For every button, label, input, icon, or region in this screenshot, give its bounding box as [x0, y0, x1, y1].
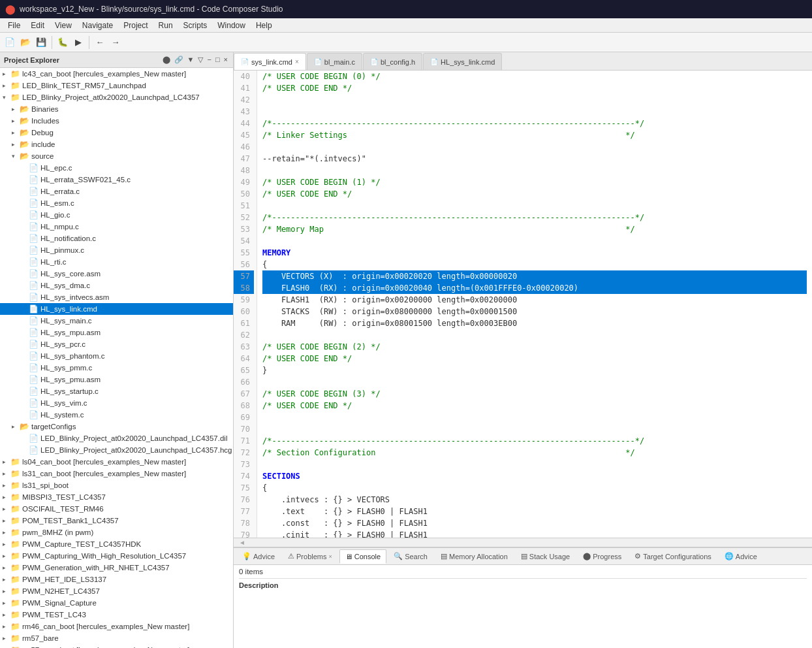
tree-arrow-oscifail_test[interactable]: ▸: [3, 506, 10, 512]
tree-item-include[interactable]: ▸📂include: [0, 138, 233, 150]
tree-arrow-pwm_capture_test[interactable]: ▸: [3, 541, 10, 547]
menu-icon[interactable]: ▽: [196, 55, 204, 65]
tree-item-pwm_8mhz[interactable]: ▸📁pwm_8MHZ (in pwm): [0, 526, 233, 538]
menu-item-edit[interactable]: Edit: [25, 20, 50, 31]
min-icon[interactable]: −: [206, 55, 212, 65]
tree-item-hl_errata[interactable]: 📄HL_errata.c: [0, 186, 233, 197]
menu-item-navigate[interactable]: Navigate: [77, 20, 118, 31]
tree-arrow-targetconfigs[interactable]: ▸: [12, 423, 20, 430]
close-icon[interactable]: ×: [223, 55, 229, 65]
tree-item-hl_sys_pmu[interactable]: 📄HL_sys_pmu.asm: [0, 374, 233, 385]
tree-item-hl_sys_pmm[interactable]: 📄HL_sys_pmm.c: [0, 362, 233, 374]
tree-arrow-lc43_can_boot[interactable]: ▸: [3, 71, 10, 77]
tree-arrow-binaries[interactable]: ▸: [12, 106, 20, 112]
tree-arrow-led_blink_rm57[interactable]: ▸: [3, 82, 10, 89]
bottom-tab-advice[interactable]: 💡 Advice: [236, 549, 281, 564]
toolbar-back[interactable]: ←: [93, 35, 107, 50]
tree-item-pwm_generation[interactable]: ▸📁PWM_Generation_with_HR_NHET_LC4357: [0, 562, 233, 574]
menu-item-window[interactable]: Window: [212, 20, 251, 31]
tree-arrow-ls31_spi_boot[interactable]: ▸: [3, 482, 10, 489]
bottom-tab-close-problems[interactable]: ×: [329, 553, 332, 560]
max-icon[interactable]: □: [214, 55, 221, 65]
bottom-tab-problems[interactable]: ⚠ Problems ×: [282, 549, 338, 564]
filter-icon[interactable]: ▼: [186, 55, 196, 65]
bottom-tab-memory_allocation[interactable]: ▤ Memory Allocation: [435, 549, 514, 564]
editor-scrollbar[interactable]: ◄: [234, 538, 812, 547]
tree-item-hl_errata_sswf[interactable]: 📄HL_errata_SSWF021_45.c: [0, 174, 233, 186]
tree-item-led_blink_rm57[interactable]: ▸📁LED_Blink_TEST_RM57_Launchpad: [0, 80, 233, 91]
bottom-tab-target_configurations[interactable]: ⚙ Target Configurations: [629, 549, 717, 564]
tree-item-pwm_test_lc43[interactable]: ▸📁PWM_TEST_LC43: [0, 609, 233, 621]
tree-item-pwm_signal_capture[interactable]: ▸📁PWM_Signal_Capture: [0, 597, 233, 609]
tree-item-hl_pinmux[interactable]: 📄HL_pinmux.c: [0, 244, 233, 256]
tree-arrow-include[interactable]: ▸: [12, 141, 20, 148]
menu-item-help[interactable]: Help: [251, 20, 277, 31]
tree-arrow-led_blinky_project[interactable]: ▾: [3, 94, 10, 101]
tree-arrow-pwm_signal_capture[interactable]: ▸: [3, 600, 10, 606]
bottom-tab-search[interactable]: 🔍 Search: [388, 549, 433, 564]
tree-item-hl_rti[interactable]: 📄HL_rti.c: [0, 256, 233, 268]
tree-item-pwm_capturing[interactable]: ▸📁PWM_Capturing_With_High_Resolution_LC4…: [0, 550, 233, 562]
tree-item-hl_gio[interactable]: 📄HL_gio.c: [0, 209, 233, 221]
bottom-tab-console[interactable]: 🖥 Console: [339, 549, 386, 564]
tree-item-rm57_bare[interactable]: ▸📁rm57_bare: [0, 632, 233, 644]
tab-bl_main[interactable]: 📄bl_main.c: [307, 53, 362, 70]
tree-item-pwm_capture_test[interactable]: ▸📁PWM_Capture_TEST_LC4357HDK: [0, 538, 233, 550]
tree-item-oscifail_test[interactable]: ▸📁OSCIFAIL_TEST_RM46: [0, 503, 233, 515]
tree-item-led_dil[interactable]: 📄LED_Blinky_Project_at0x20020_Launchpad_…: [0, 432, 233, 444]
tree-item-hl_sys_main[interactable]: 📄HL_sys_main.c: [0, 315, 233, 327]
tree-arrow-mibspi3_test[interactable]: ▸: [3, 494, 10, 500]
tree-arrow-source[interactable]: ▾: [12, 153, 20, 159]
tab-sys_link[interactable]: 📄sys_link.cmd×: [234, 53, 306, 70]
tree-arrow-pwm_test_lc43[interactable]: ▸: [3, 611, 10, 618]
toolbar-new[interactable]: 📄: [3, 35, 17, 50]
bottom-tab-advice2[interactable]: 🌐 Advice: [719, 549, 763, 564]
tree-item-binaries[interactable]: ▸📂Binaries: [0, 103, 233, 115]
tree-item-hl_nmpu[interactable]: 📄HL_nmpu.c: [0, 221, 233, 233]
tree-item-hl_system[interactable]: 📄HL_system.c: [0, 409, 233, 421]
toolbar-open[interactable]: 📂: [18, 35, 33, 50]
tree-item-hl_sys_mpu[interactable]: 📄HL_sys_mpu.asm: [0, 327, 233, 338]
tree-arrow-includes[interactable]: ▸: [12, 118, 20, 124]
tree-item-pwm_het_ide[interactable]: ▸📁PWM_HET_IDE_LS3137: [0, 574, 233, 585]
tree-item-hl_esm[interactable]: 📄HL_esm.c: [0, 197, 233, 209]
tree-item-hl_sys_link[interactable]: 📄HL_sys_link.cmd: [0, 303, 233, 315]
menu-item-view[interactable]: View: [50, 20, 77, 31]
tree-arrow-rm46_can_boot[interactable]: ▸: [3, 623, 10, 630]
tree-item-hl_sys_intvecs[interactable]: 📄HL_sys_intvecs.asm: [0, 291, 233, 303]
tree-item-debug[interactable]: ▸📂Debug: [0, 127, 233, 138]
tree-item-rm57_more[interactable]: ▸📁rm57_can_boot [hercules_examples_New m…: [0, 644, 233, 648]
toolbar-run[interactable]: ▶: [71, 35, 86, 50]
menu-item-scripts[interactable]: Scripts: [178, 20, 213, 31]
bottom-tab-progress[interactable]: ⬤ Progress: [577, 549, 627, 564]
tree-item-led_blinky_project[interactable]: ▾📁LED_Blinky_Project_at0x20020_Launchpad…: [0, 91, 233, 103]
tree-arrow-pom_test[interactable]: ▸: [3, 517, 10, 524]
tab-close-sys_link[interactable]: ×: [295, 58, 299, 65]
menu-item-file[interactable]: File: [3, 20, 25, 31]
tree-arrow-debug[interactable]: ▸: [12, 129, 20, 136]
tab-bl_config[interactable]: 📄bl_config.h: [363, 53, 422, 70]
tree-arrow-pwm_8mhz[interactable]: ▸: [3, 529, 10, 536]
tree-item-ls31_can_boot[interactable]: ▸📁ls31_can_boot [hercules_examples_New m…: [0, 468, 233, 479]
tree-item-mibspi3_test[interactable]: ▸📁MIBSPI3_TEST_LC4357: [0, 491, 233, 503]
toolbar-save[interactable]: 💾: [34, 35, 48, 50]
tree-item-source[interactable]: ▾📂source: [0, 150, 233, 162]
collapse-icon[interactable]: ⬤: [161, 55, 172, 65]
tree-item-hl_sys_phantom[interactable]: 📄HL_sys_phantom.c: [0, 350, 233, 362]
tree-item-targetconfigs[interactable]: ▸📂targetConfigs: [0, 421, 233, 432]
tree-item-hl_sys_dma[interactable]: 📄HL_sys_dma.c: [0, 280, 233, 291]
tree-item-pom_test[interactable]: ▸📁POM_TEST_Bank1_LC4357: [0, 515, 233, 526]
code-area[interactable]: /* USER CODE BEGIN (0) *//* USER CODE EN…: [257, 71, 812, 538]
tree-item-ls31_spi_boot[interactable]: ▸📁ls31_spi_boot: [0, 479, 233, 491]
tree-item-lc43_can_boot[interactable]: ▸📁lc43_can_boot [hercules_examples_New m…: [0, 68, 233, 80]
tree-arrow-pwm_generation[interactable]: ▸: [3, 564, 10, 571]
tree-item-hl_sys_pcr[interactable]: 📄HL_sys_pcr.c: [0, 338, 233, 350]
tree-item-hl_epc[interactable]: 📄HL_epc.c: [0, 162, 233, 174]
menu-item-project[interactable]: Project: [118, 20, 153, 31]
toolbar-debug[interactable]: 🐛: [55, 35, 70, 50]
tree-arrow-ls04_can_boot[interactable]: ▸: [3, 459, 10, 465]
tree-arrow-pwm_n2het[interactable]: ▸: [3, 588, 10, 594]
tree-item-hl_sys_vim[interactable]: 📄HL_sys_vim.c: [0, 397, 233, 409]
toolbar-forward[interactable]: →: [108, 35, 123, 50]
menu-item-run[interactable]: Run: [153, 20, 178, 31]
